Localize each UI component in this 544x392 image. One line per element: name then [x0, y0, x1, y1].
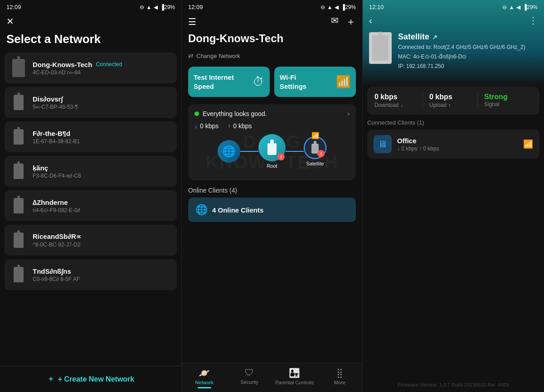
create-network-button[interactable]: ＋ + Create New Network	[0, 366, 181, 392]
nav-item-network[interactable]: 🪐 Network	[182, 363, 227, 392]
satellite-icon[interactable]: 📶 1	[304, 136, 326, 159]
p3-battery-icon: ▐29%	[523, 4, 538, 10]
download-stat-label: Download	[374, 102, 398, 108]
network-item-2[interactable]: Dis∂ovsr∫ 5∞-C7-BP-46-53-¶	[5, 87, 177, 118]
network-icon-5	[11, 196, 26, 216]
client-wifi-icon: 📶	[523, 139, 533, 149]
p3-time: 12:10	[369, 4, 384, 10]
hamburger-icon[interactable]: ☰	[188, 16, 196, 27]
client-info: Office ↓ 0 kbps ↑ 0 kbps	[397, 137, 518, 152]
signal-stat: Strong Signal	[477, 93, 532, 108]
network-item-6[interactable]: RiceandSb∂R∝ ^8-0C-BC-92-J7-D2	[5, 225, 177, 256]
create-network-label: + Create New Network	[58, 375, 135, 383]
sim-icon: ⊖	[140, 4, 144, 10]
network-diagram: DONGKNOWS TECH 🌐 3 Root	[194, 130, 350, 175]
p3-signal-icon: ◀	[516, 4, 520, 10]
upload-stat-label: Upload	[429, 102, 447, 108]
connection-line-1	[240, 151, 258, 152]
close-button[interactable]: ✕	[6, 16, 14, 27]
signal-label: Signal	[484, 101, 532, 107]
upload-speed: ↑ 0 kbps	[228, 122, 252, 130]
status-left: Everything looks good.	[194, 110, 267, 117]
p2-header-icons: ✉ ＋	[331, 15, 356, 29]
p1-status-bar: 12:09 ⊖ ▲ ◀ ▐29%	[0, 0, 181, 12]
more-nav-label: More	[334, 380, 345, 385]
satellite-group: 📶 1 Satellite	[304, 136, 326, 166]
network-name-4: ķãnç	[33, 164, 170, 172]
client-icon: 🖥	[374, 135, 392, 153]
network-info-2: Dis∂ovsr∫ 5∞-C7-BP-46-53-¶	[33, 95, 170, 110]
network-item-5[interactable]: ∆Zhnderne n4-6⊙-F9-082-E-0∂	[5, 190, 177, 221]
network-info-3: F∂r-the-B¶d 1E-67-B4-38-82-B1	[33, 130, 170, 145]
network-name-2: Dis∂ovsr∫	[33, 95, 170, 103]
device-mac: MAC: 4o-E⊙-01-ƌnß∫n6-D⊙	[398, 53, 538, 61]
more-nav-icon: ⣿	[336, 368, 343, 378]
network-info-5: ∆Zhnderne n4-6⊙-F9-082-E-0∂	[33, 198, 170, 213]
network-name-3: F∂r-the-B¶d	[33, 130, 170, 137]
device-name: Satellite ↗	[398, 32, 538, 42]
wifi-settings-button[interactable]: Wi-FiSettings 📶	[274, 67, 356, 97]
network-name-7: TndS∂nß∫ns	[33, 267, 170, 275]
p3-status-bar: 12:10 ⊖ ▲ ◀ ▐29%	[363, 0, 544, 12]
router-shape-1	[12, 59, 25, 77]
network-mac-4: F3-8C-D6-F4-e∂-C8	[33, 173, 170, 179]
nav-item-parental[interactable]: 👨‍👧 Parental Controls	[272, 363, 317, 392]
green-dot	[194, 111, 199, 116]
network-item-1[interactable]: Dong-Knows-Tech Connected 4C-ED-03-nD r∞…	[5, 53, 177, 83]
router-shape-6	[14, 232, 24, 248]
nav-item-more[interactable]: ⣿ More	[317, 363, 363, 392]
p2-wifi-icon: ▲	[327, 4, 333, 10]
svg-rect-3	[314, 141, 316, 145]
create-network-icon: ＋	[47, 374, 54, 384]
network-item-4[interactable]: ķãnç F3-8C-D6-F4-e∂-C8	[5, 156, 177, 187]
security-nav-label: Security	[240, 379, 258, 385]
network-name-5: ∆Zhnderne	[33, 198, 170, 206]
diagram: 🌐 3 Root 📶	[194, 130, 350, 175]
network-mac-3: 1E-67-B4-38-82-B1	[33, 138, 170, 145]
mail-icon[interactable]: ✉	[331, 15, 339, 29]
upload-speed-value: 0 kbps	[233, 122, 252, 130]
network-mac-2: 5∞-C7-BP-46-53-¶	[33, 104, 170, 110]
wifi-settings-icon: 📶	[336, 75, 350, 89]
p3-wifi-icon: ▲	[509, 4, 515, 10]
p2-signal-icon: ◀	[335, 4, 339, 10]
root-router-icon[interactable]: 3	[258, 134, 286, 161]
upload-stat-value: 0 kbps	[429, 93, 477, 101]
connected-badge: Connected	[96, 61, 122, 68]
security-nav-icon: 🛡	[245, 368, 254, 378]
network-icon-2	[11, 92, 26, 112]
client-speeds: ↓ 0 kbps ↑ 0 kbps	[397, 145, 518, 152]
network-mac-1: 4C-ED-03-nD r∞-84	[33, 69, 170, 76]
clients-card[interactable]: 🌐 4 Online Clients	[188, 198, 356, 222]
external-link-icon[interactable]: ↗	[432, 34, 437, 41]
client-card[interactable]: 🖥 Office ↓ 0 kbps ↑ 0 kbps 📶	[367, 130, 539, 159]
change-network-button[interactable]: ⇄ Change Network	[182, 49, 362, 62]
upload-arrow-icon: ↑	[228, 122, 231, 130]
network-info-4: ķãnç F3-8C-D6-F4-e∂-C8	[33, 164, 170, 179]
client-name: Office	[397, 137, 518, 145]
parental-nav-icon: 👨‍👧	[289, 368, 300, 378]
network-item-7[interactable]: TndS∂nß∫ns C0-n9-8C∂ 8-5F AF	[5, 259, 177, 290]
network-icon-7	[11, 265, 26, 285]
test-internet-button[interactable]: Test InternetSpeed ⏱	[188, 67, 270, 97]
network-mac-6: ^8-0C-BC-92-J7-D2	[33, 242, 170, 248]
svg-rect-1	[270, 140, 274, 144]
status-row: Everything looks good. ›	[194, 110, 350, 118]
back-button[interactable]: ‹	[369, 15, 372, 26]
device-details: Satellite ↗ Connected to: Root(2.4 GHz/5…	[398, 32, 538, 70]
router-shape-2	[14, 95, 24, 110]
parental-nav-label: Parental Controls	[275, 380, 314, 385]
connected-clients-section: Connected Clients (1) 🖥 Office ↓ 0 kbps …	[363, 119, 544, 159]
add-icon[interactable]: ＋	[346, 15, 356, 29]
change-network-label: Change Network	[196, 53, 240, 59]
speedometer-icon: ⏱	[253, 75, 264, 89]
network-item-3[interactable]: F∂r-the-B¶d 1E-67-B4-38-82-B1	[5, 121, 177, 152]
network-icon-1	[11, 58, 26, 78]
upload-arrow-small-icon: ↑	[448, 102, 451, 108]
nav-item-security[interactable]: 🛡 Security	[227, 363, 272, 392]
wifi-icon: ▲	[146, 4, 152, 10]
more-options-button[interactable]: ⋮	[529, 15, 538, 26]
p2-status-bar: 12:09 ⊖ ▲ ◀ ▐29%	[182, 0, 362, 12]
firmware-version: Firmware Version: 1.0.7 Build 20230510 R…	[363, 377, 544, 392]
p1-status-icons: ⊖ ▲ ◀ ▐29%	[140, 4, 175, 10]
